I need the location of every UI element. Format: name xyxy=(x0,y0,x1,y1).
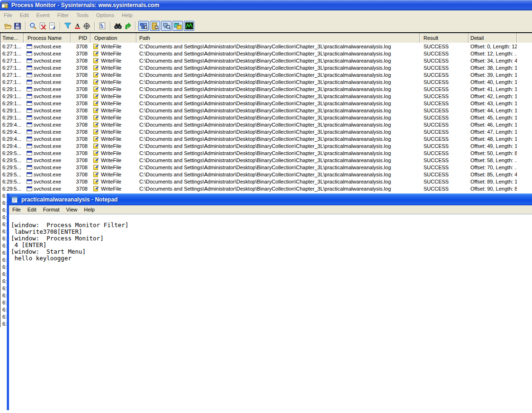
cell-operation: WriteFile xyxy=(90,51,136,56)
cell-pid: 3708 xyxy=(71,150,90,156)
procmon-menu-filter[interactable]: Filter xyxy=(54,11,72,19)
event-row[interactable]: 6:29:1...svchost.exe3708 WriteFileC:\Doc… xyxy=(0,107,532,114)
procmon-menu-options[interactable]: Options xyxy=(92,11,118,19)
procmon-menu-event[interactable]: Event xyxy=(33,11,54,19)
procmon-titlebar[interactable]: Process Monitor - Sysinternals: www.sysi… xyxy=(0,0,532,10)
cell-operation: WriteFile xyxy=(90,150,136,156)
notepad-menu-file[interactable]: File xyxy=(9,206,24,213)
event-row[interactable]: 6:29:1...svchost.exe3708 WriteFileC:\Doc… xyxy=(0,100,532,107)
filter-icon[interactable] xyxy=(63,21,72,31)
column-header-2[interactable]: PID xyxy=(71,33,90,43)
open-file-icon[interactable] xyxy=(3,21,13,31)
cell-result: SUCCESS xyxy=(420,51,469,56)
notepad-menu-format[interactable]: Format xyxy=(40,206,63,213)
event-row[interactable]: 6:29:4...svchost.exe3708 WriteFileC:\Doc… xyxy=(0,135,532,142)
notepad-app-icon[interactable] xyxy=(11,196,18,203)
event-row[interactable]: 6:29:1...svchost.exe3708 WriteFileC:\Doc… xyxy=(0,92,532,100)
cell-pid: 3708 xyxy=(71,93,90,99)
show-network-activity-toggle[interactable] xyxy=(161,21,171,31)
event-row[interactable]: 6:27:1...svchost.exe3708 WriteFileC:\Doc… xyxy=(0,64,532,71)
event-row[interactable]: 6:27:1...svchost.exe3708 WriteFileC:\Doc… xyxy=(0,50,532,57)
cell-result: SUCCESS xyxy=(420,150,469,156)
cell-process: svchost.exe xyxy=(24,65,71,71)
cell-operation: WriteFile xyxy=(90,101,136,106)
notepad-titlebar[interactable]: practicalmalwareanalysis - Notepad xyxy=(9,193,532,205)
event-row[interactable]: 6:29:1...svchost.exe3708 WriteFileC:\Doc… xyxy=(0,85,532,92)
cell-detail: Offset: 70, Length: ... xyxy=(469,165,517,170)
event-row[interactable]: 6:27:1...svchost.exe3708 WriteFileC:\Doc… xyxy=(0,57,532,64)
show-profiling-events-toggle[interactable] xyxy=(184,21,194,31)
notepad-menu-help[interactable]: Help xyxy=(81,206,98,213)
procmon-menu-help[interactable]: Help xyxy=(118,11,136,19)
event-row[interactable]: 6:29:5...svchost.exe3708 WriteFileC:\Doc… xyxy=(0,185,532,192)
cell-path: C:\Documents and Settings\Administrator\… xyxy=(136,72,420,78)
cell-path: C:\Documents and Settings\Administrator\… xyxy=(136,51,420,56)
show-process-activity-toggle[interactable] xyxy=(172,21,183,31)
autoscroll-icon[interactable] xyxy=(47,21,57,31)
cell-path: C:\Documents and Settings\Administrator\… xyxy=(136,157,420,163)
procmon-menu-edit[interactable]: Edit xyxy=(16,11,33,19)
procmon-menu-tools[interactable]: Tools xyxy=(72,11,92,19)
cell-detail: Offset: 47, Length: 1 xyxy=(469,129,517,135)
column-header-0[interactable]: Time... xyxy=(0,33,24,43)
process-tree-icon[interactable] xyxy=(98,21,107,31)
event-row[interactable]: 6:27:1...svchost.exe3708 WriteFileC:\Doc… xyxy=(0,71,532,78)
application-window-icon xyxy=(27,165,32,170)
event-row[interactable]: 6:29:4...svchost.exe3708 WriteFileC:\Doc… xyxy=(0,128,532,135)
column-header-3[interactable]: Operation xyxy=(90,33,136,43)
notepad-menu-view[interactable]: View xyxy=(63,206,81,213)
cell-detail: Offset: 49, Length: 1 xyxy=(469,143,517,149)
procmon-menu-file[interactable]: File xyxy=(0,11,16,19)
process-name: svchost.exe xyxy=(34,65,61,71)
application-window-icon xyxy=(27,65,32,70)
application-window-icon xyxy=(27,115,32,120)
event-row[interactable]: 6:29:4...svchost.exe3708 WriteFileC:\Doc… xyxy=(0,142,532,149)
process-name: svchost.exe xyxy=(34,165,61,170)
jump-to-icon[interactable] xyxy=(123,21,132,31)
process-name: svchost.exe xyxy=(34,58,61,64)
event-row[interactable]: 6:29:1...svchost.exe3708 WriteFileC:\Doc… xyxy=(0,114,532,121)
writefile-operation-icon xyxy=(93,136,99,142)
highlight-icon[interactable]: A xyxy=(72,21,82,31)
event-row[interactable]: 6:29:5...svchost.exe3708 WriteFileC:\Doc… xyxy=(0,156,532,164)
cell-time: 6:27:1... xyxy=(0,72,24,78)
capture-magnifier-icon[interactable] xyxy=(28,21,38,31)
cell-time: 6:29:1... xyxy=(0,93,24,99)
column-header-1[interactable]: Process Name xyxy=(24,33,71,43)
cell-time: 6:29:1... xyxy=(0,86,24,92)
event-row[interactable]: 6:29:5...svchost.exe3708 WriteFileC:\Doc… xyxy=(0,178,532,185)
operation-name: WriteFile xyxy=(101,101,121,106)
show-registry-activity-toggle[interactable] xyxy=(138,21,149,31)
notepad-menu-edit[interactable]: Edit xyxy=(24,206,40,213)
procmon-window-title: Process Monitor - Sysinternals: www.sysi… xyxy=(11,2,159,9)
clear-icon[interactable] xyxy=(38,21,47,31)
show-file-system-activity-toggle[interactable] xyxy=(150,21,160,31)
procmon-app-icon[interactable] xyxy=(1,2,9,9)
cell-operation: WriteFile xyxy=(90,136,136,142)
column-header-filler xyxy=(517,33,532,43)
event-row[interactable]: 6:29:5...svchost.exe3708 WriteFileC:\Doc… xyxy=(0,171,532,178)
writefile-operation-icon xyxy=(93,108,99,113)
find-binoculars-icon[interactable] xyxy=(113,21,123,31)
process-name: svchost.exe xyxy=(34,86,61,92)
application-window-icon xyxy=(27,186,32,191)
operation-name: WriteFile xyxy=(101,157,121,163)
column-header-6[interactable]: Detail xyxy=(469,33,517,43)
include-process-target-icon[interactable] xyxy=(82,21,91,31)
event-row[interactable]: 6:29:5...svchost.exe3708 WriteFileC:\Doc… xyxy=(0,164,532,171)
event-row[interactable]: 6:29:4...svchost.exe3708 WriteFileC:\Doc… xyxy=(0,121,532,128)
event-row[interactable]: 6:27:1...svchost.exe3708 WriteFileC:\Doc… xyxy=(0,78,532,85)
column-header-4[interactable]: Path xyxy=(136,33,420,43)
toolbar-separator xyxy=(135,22,135,30)
cell-operation: WriteFile xyxy=(90,186,136,192)
operation-name: WriteFile xyxy=(101,179,121,184)
cell-result: SUCCESS xyxy=(420,172,469,177)
event-row[interactable]: 6:27:1...svchost.exe3708 WriteFileC:\Doc… xyxy=(0,43,532,50)
event-row[interactable]: 6:29:5...svchost.exe3708 WriteFileC:\Doc… xyxy=(0,149,532,156)
cell-pid: 3708 xyxy=(71,129,90,135)
cell-path: C:\Documents and Settings\Administrator\… xyxy=(136,136,420,142)
save-icon[interactable] xyxy=(13,21,22,31)
cell-detail: Offset: 0, Length: 12 xyxy=(469,44,517,49)
notepad-text-area[interactable]: [window: Process Monitor Filter] labwrit… xyxy=(9,214,532,410)
column-header-5[interactable]: Result xyxy=(420,33,469,43)
